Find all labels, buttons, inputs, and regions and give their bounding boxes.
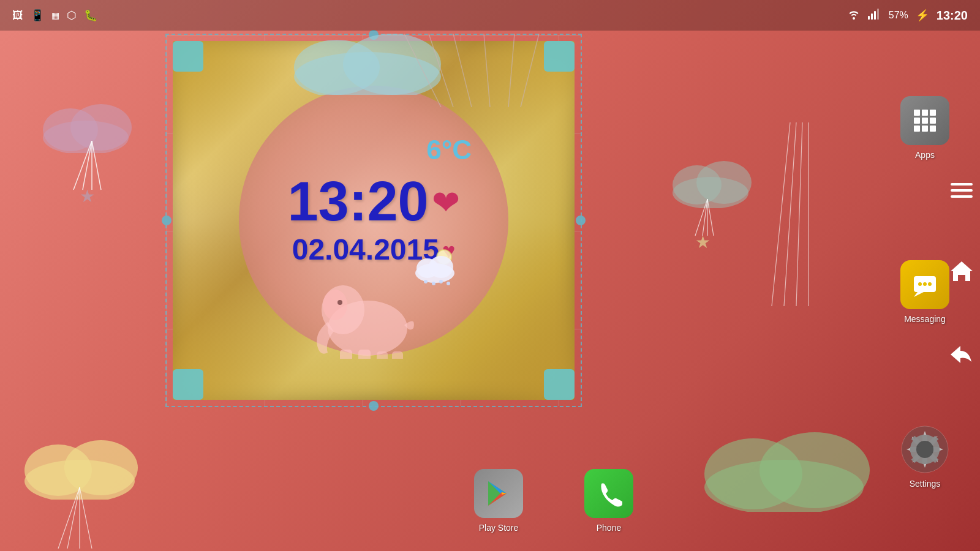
phone-app-wrapper[interactable]: Phone <box>584 469 633 533</box>
viber-icon: 📱 <box>31 9 44 22</box>
svg-rect-57 <box>392 351 403 359</box>
svg-line-25 <box>695 199 707 236</box>
svg-line-40 <box>784 122 796 306</box>
messaging-app-wrapper[interactable]: Messaging <box>900 260 949 324</box>
photo-icon: 🖼 <box>12 9 23 22</box>
home-button[interactable] <box>949 260 974 287</box>
svg-point-71 <box>918 282 922 286</box>
svg-rect-64 <box>922 118 928 124</box>
widget-clock: 6°C 13:20 <box>239 86 508 355</box>
deco-cloud-yellow <box>18 438 141 502</box>
phone-icon[interactable] <box>584 469 633 518</box>
svg-rect-60 <box>914 110 920 116</box>
svg-rect-2 <box>874 11 876 20</box>
svg-point-47 <box>429 256 453 278</box>
corner-tl <box>173 41 203 72</box>
svg-text:★: ★ <box>80 187 95 206</box>
svg-rect-65 <box>930 118 936 124</box>
svg-rect-68 <box>930 126 936 132</box>
handle-right[interactable] <box>576 216 586 225</box>
svg-point-59 <box>337 300 342 305</box>
widget-time-display: 13:20 ❤ <box>287 174 459 232</box>
widget-temperature: 6°C <box>426 135 472 165</box>
phone-label: Phone <box>597 523 621 533</box>
svg-line-37 <box>508 34 514 107</box>
corner-bl <box>173 369 203 400</box>
svg-line-34 <box>429 34 453 107</box>
svg-rect-82 <box>951 183 973 186</box>
battery-percent: 57% <box>889 10 908 21</box>
svg-point-73 <box>928 282 932 286</box>
svg-point-51 <box>447 282 450 285</box>
svg-line-35 <box>453 34 472 107</box>
playstore-label: Play Store <box>479 523 519 533</box>
svg-line-38 <box>521 34 539 107</box>
settings-app-wrapper[interactable]: Settings <box>900 425 949 489</box>
svg-line-11 <box>83 141 92 190</box>
usb-icon: ⬡ <box>67 9 77 22</box>
svg-rect-56 <box>377 351 388 359</box>
svg-line-36 <box>484 34 490 107</box>
status-bar: 🖼 📱 ▦ ⬡ 🐛 57% ⚡ 13:20 <box>0 0 980 31</box>
svg-line-28 <box>707 199 714 236</box>
svg-marker-70 <box>914 292 924 297</box>
messaging-label: Messaging <box>904 314 946 324</box>
svg-line-26 <box>703 199 707 236</box>
svg-rect-55 <box>358 350 371 359</box>
svg-rect-83 <box>951 189 973 192</box>
back-button[interactable] <box>949 343 974 370</box>
svg-point-72 <box>923 282 927 286</box>
svg-line-33 <box>404 34 441 107</box>
right-balloon-strings: ★ <box>753 122 827 309</box>
svg-point-48 <box>424 280 428 283</box>
playstore-app-wrapper[interactable]: Play Store <box>474 469 523 533</box>
settings-icon[interactable] <box>900 425 949 474</box>
svg-rect-54 <box>340 350 352 359</box>
network-icon: ▦ <box>51 10 59 20</box>
svg-rect-3 <box>877 9 879 20</box>
nav-buttons <box>943 153 980 398</box>
svg-point-24 <box>696 161 752 204</box>
bug-icon: 🐛 <box>84 9 97 22</box>
deco-cloud-green <box>698 432 870 514</box>
handle-bottom[interactable] <box>369 401 379 411</box>
svg-rect-67 <box>922 126 928 132</box>
signal-icon <box>868 9 881 22</box>
svg-line-13 <box>92 141 101 190</box>
svg-rect-84 <box>951 195 973 198</box>
svg-rect-0 <box>868 16 870 20</box>
svg-line-21 <box>80 487 92 549</box>
svg-point-58 <box>323 290 347 320</box>
status-right-icons: 57% ⚡ 13:20 <box>847 9 968 23</box>
svg-point-81 <box>916 441 933 458</box>
apps-label: Apps <box>915 150 935 160</box>
svg-text:★: ★ <box>787 303 802 306</box>
playstore-icon[interactable] <box>474 469 523 518</box>
svg-rect-61 <box>922 110 928 116</box>
svg-rect-62 <box>930 110 936 116</box>
corner-br <box>544 369 575 400</box>
deco-cloud-right-top: ★ <box>668 159 753 211</box>
svg-rect-1 <box>871 13 873 20</box>
svg-text:★: ★ <box>695 233 710 252</box>
time-decoration: ❤ <box>432 183 460 222</box>
wifi-icon <box>847 9 861 23</box>
svg-rect-66 <box>914 126 920 132</box>
status-left-icons: 🖼 📱 ▦ ⬡ 🐛 <box>12 9 97 22</box>
menu-button[interactable] <box>951 182 973 203</box>
svg-line-41 <box>796 122 802 306</box>
apps-app-wrapper[interactable]: Apps <box>900 96 949 160</box>
widget-weather-icon <box>410 244 466 294</box>
handle-left[interactable] <box>162 216 172 225</box>
svg-line-39 <box>772 122 790 306</box>
svg-point-50 <box>439 280 443 283</box>
battery-icon: ⚡ <box>916 9 929 22</box>
svg-line-10 <box>74 141 92 190</box>
apps-icon[interactable] <box>900 96 949 145</box>
corner-tr <box>544 41 575 72</box>
svg-rect-63 <box>914 118 920 124</box>
deco-cloud-left: ★ <box>37 104 135 156</box>
bottom-apps-row: Play Store Phone <box>474 469 633 533</box>
status-time: 13:20 <box>937 9 968 23</box>
messaging-icon[interactable] <box>900 260 949 309</box>
